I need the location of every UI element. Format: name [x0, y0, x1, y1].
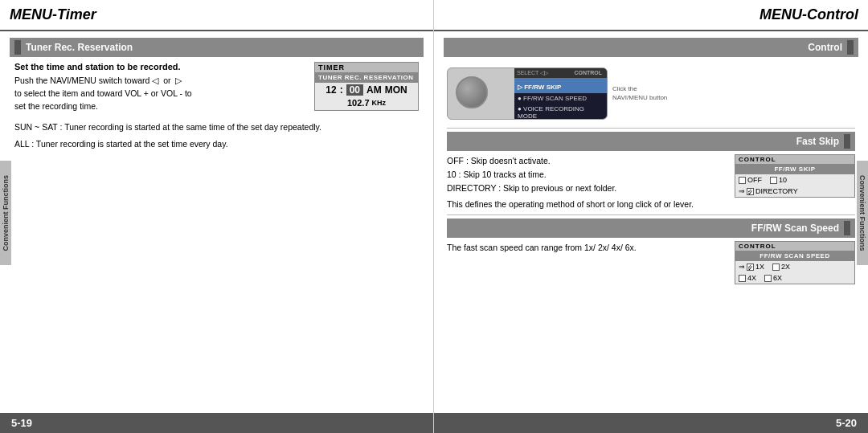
cb-off: OFF [739, 176, 762, 184]
skip-line4: This defines the operating method of sho… [447, 198, 855, 211]
cb-6x: 6X [764, 274, 782, 282]
arrow-dir: ⇒ ✓ DIRECTORY [739, 187, 798, 195]
scan-speed-content: CONTROL FF/RW SCAN SPEED ⇒ ✓ 1X 2X [447, 241, 855, 284]
fast-skip-label: Fast Skip [796, 136, 839, 147]
fast-skip-box-header: CONTROL [735, 155, 854, 164]
menu-title-right: MENU-Control [434, 0, 868, 31]
timer-title: TUNER REC. RESERVATION [315, 72, 418, 83]
section-header-scan-speed: FF/RW Scan Speed [447, 219, 855, 238]
timer-display: TIMER TUNER REC. RESERVATION 12 : 00 AM … [314, 62, 419, 111]
sidebar-text-right: Convenient Functions [858, 175, 866, 251]
timer-row1: 12 : 00 AM MON [315, 83, 418, 97]
divider-2 [447, 214, 855, 215]
timer-dec: 7 [364, 98, 369, 108]
content-right: SELECT ◁▷ CONTROL ▷ FF/RW SKIP ● FF/RW S… [434, 62, 868, 413]
sidebar-text-left: Convenient Functions [2, 175, 10, 251]
sidebar-label-right: Convenient Functions [857, 161, 868, 265]
cb-1x-label: 1X [755, 263, 764, 271]
cb-6x-box [764, 275, 772, 282]
page-number-right: 5-20 [434, 413, 868, 433]
fast-skip-row1: OFF 10 [735, 174, 854, 186]
timer-row2: 102 . 7 KHz [315, 97, 418, 110]
timer-min: 00 [346, 84, 363, 96]
cb-1x-box: ✓ [747, 263, 754, 271]
fast-skip-box: CONTROL FF/RW SKIP OFF 10 ⇒ ✓ [735, 154, 855, 198]
page-number-left: 5-19 [0, 413, 433, 433]
fast-skip-row2: ⇒ ✓ DIRECTORY [735, 186, 854, 197]
timer-freq: 102 [347, 98, 362, 108]
timer-hour: 12 [326, 84, 336, 96]
accent-bar-right-control [847, 40, 854, 55]
arrow-symbol: ⇒ [739, 187, 745, 195]
scan-speed-box-title: FF/RW SCAN SPEED [735, 251, 854, 261]
device-image: SELECT ◁▷ CONTROL ▷ FF/RW SKIP ● FF/RW S… [447, 67, 608, 120]
sidebar-label-left: Convenient Functions [0, 161, 11, 265]
cb-2x-box [772, 263, 780, 271]
menu-title-left: MENU-Timer [0, 0, 433, 31]
timer-colon: : [340, 84, 343, 96]
scan-speed-box-header: CONTROL [735, 242, 854, 251]
accent-bar-left [14, 40, 21, 55]
arrow-1x: ⇒ ✓ 1X [739, 263, 764, 271]
cb-dir-box: ✓ [747, 188, 754, 195]
content-left: TIMER TUNER REC. RESERVATION 12 : 00 AM … [0, 62, 433, 413]
section-header-tuner: Tuner Rec. Reservation [10, 38, 424, 57]
accent-bar-scan-speed [844, 221, 850, 235]
cb-off-box [739, 177, 746, 184]
scan-speed-row2: 4X 6X [735, 272, 854, 284]
section-header-fast-skip: Fast Skip [447, 132, 855, 151]
timer-khz: KHz [372, 99, 387, 107]
arrow-1x-sym: ⇒ [739, 263, 745, 271]
timer-am: AM [366, 84, 382, 96]
cb-10: 10 [770, 176, 787, 184]
timer-mon: MON [385, 84, 407, 96]
cb-10-label: 10 [779, 176, 787, 184]
cb-10-box [770, 177, 777, 184]
page-left: MENU-Timer Tuner Rec. Reservation TIMER … [0, 0, 434, 433]
device-screen: SELECT ◁▷ CONTROL ▷ FF/RW SKIP ● FF/RW S… [514, 68, 607, 119]
scan-speed-label: FF/RW Scan Speed [751, 223, 839, 234]
all-line: ALL : Tuner recording is started at the … [14, 137, 419, 151]
timer-header: TIMER [315, 63, 418, 72]
cb-2x-label: 2X [781, 263, 790, 271]
ctrl-label-header: CONTROL [572, 70, 604, 76]
cb-off-label: OFF [747, 176, 762, 184]
scan-speed-box: CONTROL FF/RW SCAN SPEED ⇒ ✓ 1X 2X [735, 241, 855, 284]
cb-6x-label: 6X [773, 274, 782, 282]
control-image-area: SELECT ◁▷ CONTROL ▷ FF/RW SKIP ● FF/RW S… [447, 65, 855, 121]
ctrl-item-scan: ● FF/RW SCAN SPEED [514, 93, 607, 104]
page-right: MENU-Control Control SELECT ◁▷ CONTROL ▷… [434, 0, 868, 433]
scan-speed-row1: ⇒ ✓ 1X 2X [735, 261, 854, 272]
fast-skip-box-title: FF/RW SKIP [735, 164, 854, 174]
cb-4x: 4X [739, 274, 756, 282]
control-section-label: Control [808, 42, 842, 53]
divider-1 [447, 128, 855, 129]
sun-sat-text: SUN ~ SAT : Tuner recording is started a… [14, 121, 419, 151]
sun-line: SUN ~ SAT : Tuner recording is started a… [14, 121, 419, 134]
cb-2x: 2X [772, 263, 790, 271]
section-header-control: Control [444, 38, 858, 57]
tuner-section-label: Tuner Rec. Reservation [26, 42, 133, 53]
cb-dir-label: DIRECTORY [755, 187, 798, 195]
accent-bar-fast-skip [844, 134, 850, 149]
ctrl-item-ff: ▷ FF/RW SKIP [514, 81, 607, 93]
cb-4x-box [739, 275, 746, 282]
cb-4x-label: 4X [747, 274, 756, 282]
fast-skip-content: CONTROL FF/RW SKIP OFF 10 ⇒ ✓ [447, 154, 855, 211]
device-knob [456, 76, 488, 108]
ctrl-item-voice: ● VOICE RECORDING MODE [514, 104, 607, 120]
nav-hint: Click theNAVI/MENU button [612, 84, 667, 102]
timer-box: TIMER TUNER REC. RESERVATION 12 : 00 AM … [314, 62, 419, 111]
